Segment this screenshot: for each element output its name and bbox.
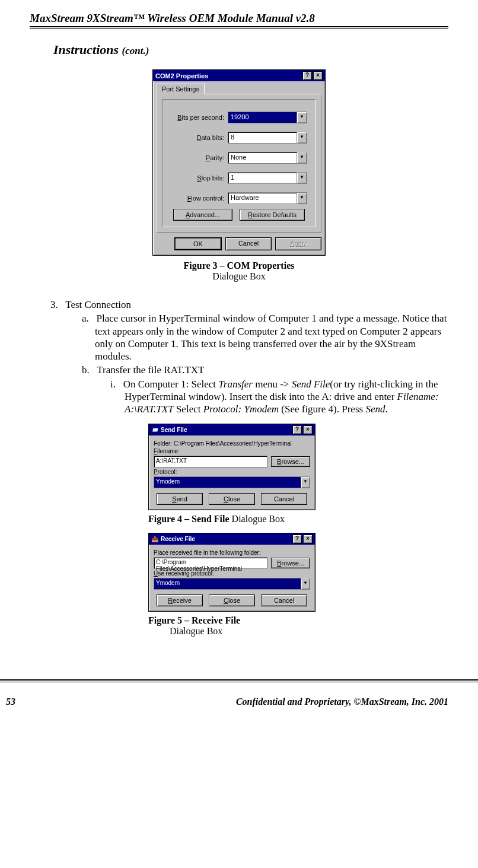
list-letter-b: b.: [82, 364, 90, 376]
tab-panel: Bits per second: 19200 ▼ Data bits: 8 ▼ …: [157, 94, 321, 233]
send-protocol-label: Protocol:: [154, 469, 310, 475]
cancel-button[interactable]: Cancel: [225, 237, 272, 250]
bps-label: Bits per second:: [171, 114, 224, 121]
chevron-down-icon[interactable]: ▼: [301, 578, 310, 589]
flow-label: Flow control:: [171, 195, 224, 202]
bps-combo[interactable]: 19200 ▼: [228, 112, 307, 123]
list-item-3: 3. Test Connection: [65, 298, 448, 311]
send-dialog-title: Send File: [161, 427, 187, 433]
figure3-caption: Figure 3 – COM Properties Dialogue Box: [30, 260, 448, 282]
figure3-bold: Figure 3 – COM Properties: [184, 260, 295, 271]
header-rule-thick: [30, 26, 448, 27]
flow-combo[interactable]: Hardware ▼: [228, 192, 307, 204]
stopbits-label: Stop bits:: [171, 174, 224, 182]
figure3-rest: Dialogue Box: [212, 271, 265, 281]
chevron-down-icon[interactable]: ▼: [297, 173, 307, 183]
list-i-send: Send: [365, 403, 385, 415]
section-heading: Instructions (cont.): [53, 42, 448, 58]
browse-button[interactable]: Browse...: [271, 558, 310, 568]
section-heading-main: Instructions: [53, 42, 122, 57]
close-icon[interactable]: ×: [313, 71, 323, 80]
list-i-mid3: Select: [174, 403, 203, 415]
help-icon[interactable]: ?: [302, 71, 312, 80]
recv-dialog-titlebar: 📥 Receive File ? ×: [149, 533, 315, 545]
stopbits-combo[interactable]: 1 ▼: [228, 172, 307, 184]
cancel-button[interactable]: Cancel: [261, 594, 307, 606]
send-folder-label: Folder: C:\Program Files\Accessories\Hyp…: [154, 440, 310, 447]
send-protocol-combo[interactable]: Ymodem ▼: [154, 476, 310, 488]
list-i-end: .: [385, 403, 387, 415]
list-i-protocol: Protocol: Ymodem: [203, 403, 279, 415]
close-icon[interactable]: ×: [303, 425, 313, 434]
list-i-mid4: (See figure 4). Press: [279, 403, 365, 415]
list-i-pre: On Computer 1: Select: [123, 379, 219, 390]
send-file-dialog: 📨 Send File ? × Folder: C:\Program Files…: [148, 424, 316, 510]
parity-value: None: [228, 152, 297, 163]
dialog-footer: OK Cancel Apply: [153, 233, 325, 255]
list-3-text: Test Connection: [65, 299, 131, 310]
send-dialog-titlebar: 📨 Send File ? ×: [149, 424, 315, 435]
footer-rule-thin: [0, 682, 478, 682]
databits-value: 8: [228, 132, 297, 143]
list-i-transfer: Transfer: [218, 379, 253, 390]
send-button[interactable]: Send: [157, 493, 203, 505]
list-num-3: 3.: [50, 299, 58, 310]
close-button[interactable]: Close: [209, 594, 255, 606]
recv-protocol-value: Ymodem: [154, 578, 301, 589]
section-heading-cont: (cont.): [122, 45, 149, 56]
chevron-down-icon[interactable]: ▼: [297, 112, 307, 123]
databits-label: Data bits:: [171, 134, 224, 141]
recv-folder-input[interactable]: C:\Program Files\Accessories\HyperTermin…: [154, 557, 267, 569]
figure4-caption: Figure 4 – Send File Dialogue Box: [148, 514, 314, 524]
list-letter-a: a.: [82, 313, 89, 324]
close-icon[interactable]: ×: [303, 535, 313, 543]
browse-button[interactable]: Browse...: [271, 456, 310, 467]
list-a-text: Place cursor in HyperTerminal window of …: [95, 313, 447, 362]
list-b-text: Transfer the file RAT.TXT: [97, 364, 204, 376]
restore-defaults-button[interactable]: Restore Defaults: [240, 209, 305, 221]
help-icon[interactable]: ?: [292, 535, 302, 543]
cancel-button[interactable]: Cancel: [261, 493, 307, 505]
chevron-down-icon[interactable]: ▼: [297, 193, 307, 204]
settings-group: Bits per second: 19200 ▼ Data bits: 8 ▼ …: [162, 99, 316, 227]
list-i-sendfile: Send File: [292, 379, 330, 390]
close-button[interactable]: Close: [209, 493, 255, 505]
list-item-b: b. Transfer the file RAT.TXT: [95, 364, 448, 376]
com-dialog-title: COM2 Properties: [155, 72, 208, 80]
figure5-caption: Figure 5 – Receive File Dialogue Box: [148, 615, 314, 637]
ok-button[interactable]: OK: [174, 237, 222, 250]
chevron-down-icon[interactable]: ▼: [301, 477, 310, 488]
help-icon[interactable]: ?: [292, 425, 302, 434]
tab-port-settings[interactable]: Port Settings: [157, 84, 205, 94]
advanced-button[interactable]: Advanced...: [173, 209, 232, 221]
recv-dialog-title: Receive File: [161, 536, 195, 542]
stopbits-value: 1: [228, 173, 297, 183]
list-i-mid1: menu ->: [253, 379, 292, 390]
chevron-down-icon[interactable]: ▼: [297, 152, 307, 163]
footer-text: Confidential and Proprietary, ©MaxStream…: [236, 697, 448, 707]
parity-label: Parity:: [171, 154, 224, 161]
doc-title: MaxStream 9XStream™ Wireless OEM Module …: [30, 12, 448, 25]
send-filename-label: Filename:: [154, 448, 310, 454]
chevron-down-icon[interactable]: ▼: [297, 132, 307, 143]
list-roman-i: i.: [110, 379, 116, 390]
apply-button[interactable]: Apply: [275, 237, 321, 250]
recv-protocol-combo[interactable]: Ymodem ▼: [154, 578, 310, 590]
send-protocol-value: Ymodem: [154, 477, 301, 488]
com-dialog-titlebar: COM2 Properties ? ×: [153, 70, 325, 81]
list-item-i: i. On Computer 1: Select Transfer menu -…: [125, 378, 448, 416]
page-number: 53: [6, 697, 15, 707]
com-properties-dialog: COM2 Properties ? × Port Settings Bits p…: [152, 69, 326, 256]
figure4-bold: Figure 4 – Send File: [148, 514, 230, 524]
list-item-a: a. Place cursor in HyperTerminal window …: [95, 312, 448, 363]
recv-place-label: Place received file in the following fol…: [154, 549, 310, 556]
parity-combo[interactable]: None ▼: [228, 152, 307, 164]
figure5-rest: Dialogue Box: [167, 626, 222, 636]
figure4-rest: Dialogue Box: [230, 514, 285, 524]
send-filename-input[interactable]: A:\RAT.TXT: [154, 456, 267, 468]
figure5-bold: Figure 5 – Receive File: [148, 615, 240, 625]
databits-combo[interactable]: 8 ▼: [228, 132, 307, 144]
footer-rule-thick: [0, 679, 478, 681]
header-rule-thin: [30, 28, 448, 29]
receive-button[interactable]: Receive: [157, 594, 203, 606]
